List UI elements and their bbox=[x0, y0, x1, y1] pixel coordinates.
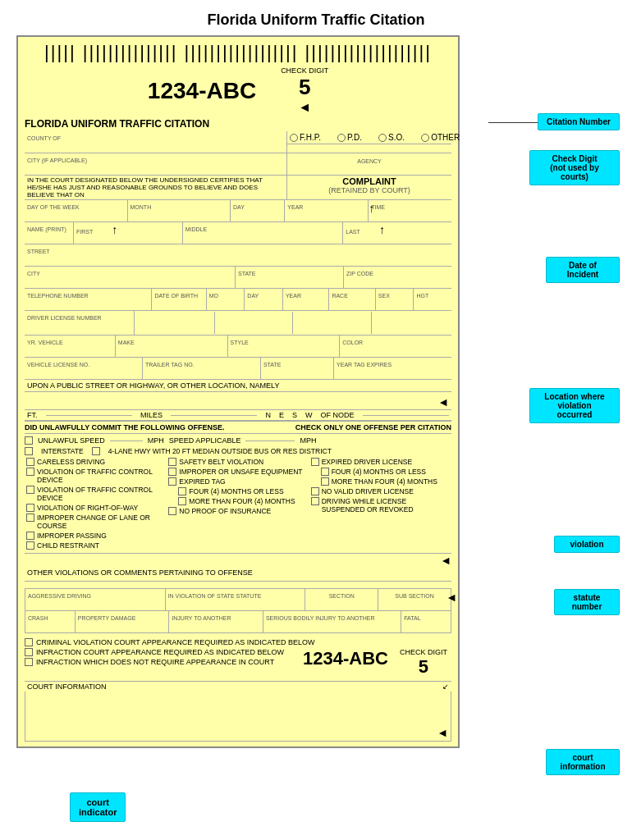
violations-header-right: CHECK ONLY ONE OFFENSE PER CITATION bbox=[295, 423, 451, 431]
day-label: DAY bbox=[233, 204, 245, 210]
child-restraint-checkbox[interactable] bbox=[26, 541, 34, 550]
statute-callout: statute number bbox=[554, 589, 620, 615]
name-print-label: NAME (PRINT) bbox=[27, 226, 66, 232]
fhp-radio[interactable]: F.H.P. bbox=[290, 133, 321, 142]
state-label: STATE bbox=[238, 271, 256, 276]
violations-col-3: EXPIRED DRIVER LICENSE FOUR (4) MONTHS O… bbox=[309, 458, 451, 551]
court-appearance-section: CRIMINAL VIOLATION COURT APPEARANCE REQU… bbox=[25, 638, 451, 678]
unsafe-equipment-checkbox[interactable] bbox=[168, 468, 176, 476]
violations-section: DID UNLAWFULLY COMMIT THE FOLLOWING OFFE… bbox=[25, 421, 451, 635]
expired-license-checkbox[interactable] bbox=[311, 458, 319, 466]
year-label: YEAR bbox=[287, 204, 303, 210]
no-proof-insurance-checkbox[interactable] bbox=[168, 507, 176, 515]
county-field[interactable] bbox=[27, 142, 284, 152]
criminal-violation-checkbox[interactable] bbox=[25, 638, 33, 646]
more-four-months-1-checkbox[interactable] bbox=[178, 497, 186, 505]
retained-label: (RETAINED BY COURT) bbox=[290, 186, 449, 194]
street-row: STREET bbox=[25, 244, 451, 267]
ft-label: FT. bbox=[27, 411, 38, 419]
location-text: UPON A PUBLIC STREET OR HIGHWAY, OR OTHE… bbox=[25, 380, 451, 392]
dob-label: DATE OF BIRTH bbox=[154, 293, 198, 299]
check-digit-box: CHECK DIGIT 5 ◄ bbox=[281, 66, 328, 115]
street-field[interactable] bbox=[27, 255, 449, 265]
aggressive-driving-label: AGGRESSIVE DRIVING bbox=[28, 593, 91, 599]
form-title: FLORIDA UNIFORM TRAFFIC CITATION bbox=[25, 118, 451, 130]
interstate-row: INTERSTATE 4-LANE HWY WITH 20 FT MEDIAN … bbox=[25, 447, 451, 455]
interstate-checkbox[interactable] bbox=[25, 447, 33, 455]
court-info-label: COURT INFORMATION bbox=[27, 682, 107, 691]
citation-number-row: 1234-ABC CHECK DIGIT 5 ◄ bbox=[25, 66, 451, 115]
expired-tag-checkbox[interactable] bbox=[168, 477, 176, 486]
date-of-incident-callout: Date of Incident bbox=[546, 257, 620, 283]
driver-license-label: DRIVER LICENSE NUMBER bbox=[27, 315, 102, 321]
last-label: LAST bbox=[346, 229, 360, 235]
more-four-months-2-checkbox[interactable] bbox=[321, 477, 329, 486]
safety-belt-checkbox[interactable] bbox=[168, 458, 176, 466]
pd-radio[interactable]: P.D. bbox=[337, 133, 362, 142]
citation-number-callout: Citation Number bbox=[538, 113, 620, 130]
agency-label: AGENCY bbox=[357, 158, 382, 164]
agency-type-row: F.H.P. P.D. S.O. OTHER bbox=[287, 131, 451, 144]
check-digit-callout: Check Digit (not used by courts) bbox=[529, 150, 620, 185]
county-label: COUNTY OF bbox=[27, 135, 61, 141]
street-label: STREET bbox=[27, 249, 50, 254]
day-of-week-label: DAY OF THE WEEK bbox=[27, 204, 80, 210]
tel-label: TELEPHONE NUMBER bbox=[27, 293, 89, 299]
barcode: ||||| ||||||||||||||| ||||||||||||||||||… bbox=[25, 42, 451, 63]
infraction-court-checkbox[interactable] bbox=[25, 648, 33, 656]
violations-col-1: CARELESS DRIVING VIOLATION OF TRAFFIC CO… bbox=[25, 458, 167, 551]
court-information-callout: court information bbox=[546, 749, 620, 775]
violations-col-2: SAFETY BELT VIOLATION IMPROPER OR UNSAFE… bbox=[167, 458, 309, 551]
first-label: FIRST bbox=[76, 229, 93, 235]
speed-row: UNLAWFUL SPEED MPH SPEED APPLICABLE MPH bbox=[25, 436, 451, 445]
four-months-less-2-checkbox[interactable] bbox=[321, 468, 329, 476]
four-lane-checkbox[interactable] bbox=[92, 447, 100, 455]
zip-label: ZIP CODE bbox=[346, 271, 373, 276]
location-callout: Location where violation occurred bbox=[529, 388, 620, 423]
bottom-check-digit: 5 bbox=[419, 656, 428, 678]
year-field[interactable] bbox=[287, 211, 365, 221]
no-valid-license-checkbox[interactable] bbox=[311, 487, 319, 495]
four-months-less-1-checkbox[interactable] bbox=[178, 487, 186, 495]
bottom-citation-number: 1234-ABC bbox=[303, 648, 388, 669]
miles-label: MILES bbox=[140, 411, 163, 419]
careless-driving-checkbox[interactable] bbox=[26, 458, 34, 466]
time-field[interactable] bbox=[371, 211, 449, 221]
middle-label: MIDDLE bbox=[185, 226, 207, 232]
in-violation-label: IN VIOLATION OF STATE STATUTE bbox=[168, 593, 262, 599]
city-field[interactable] bbox=[27, 164, 284, 174]
citation-form: ||||| ||||||||||||||| ||||||||||||||||||… bbox=[16, 35, 460, 748]
violations-header-left: DID UNLAWFULLY COMMIT THE FOLLOWING OFFE… bbox=[25, 423, 225, 431]
day-of-week-field[interactable] bbox=[27, 211, 125, 221]
lane-change-checkbox[interactable] bbox=[26, 514, 34, 522]
court-info-field[interactable] bbox=[28, 693, 448, 726]
middle-field[interactable] bbox=[185, 233, 341, 243]
so-radio[interactable]: S.O. bbox=[378, 133, 405, 142]
check-digit-value: 5 bbox=[299, 75, 310, 100]
other-violations-label: OTHER VIOLATIONS OR COMMENTS PERTAINING … bbox=[27, 568, 253, 577]
no-appearance-checkbox[interactable] bbox=[25, 658, 33, 666]
day-field[interactable] bbox=[233, 211, 282, 221]
traffic-control-1-checkbox[interactable] bbox=[26, 468, 34, 476]
complaint-label: COMPLAINT bbox=[290, 176, 449, 186]
citation-number: 1234-ABC bbox=[148, 78, 256, 104]
complaint-text: IN THE COURT DESIGNATED BELOW THE UNDERS… bbox=[25, 176, 287, 199]
court-indicator-callout: court indicator bbox=[70, 792, 126, 822]
month-field[interactable] bbox=[131, 211, 228, 221]
city-label: CITY (IF APPLICABLE) bbox=[27, 158, 87, 163]
city-state-label: CITY bbox=[27, 271, 40, 276]
page-title: Florida Uniform Traffic Citation bbox=[0, 0, 632, 35]
improper-passing-checkbox[interactable] bbox=[26, 532, 34, 540]
traffic-control-2-checkbox[interactable] bbox=[26, 486, 34, 494]
right-of-way-checkbox[interactable] bbox=[26, 504, 34, 512]
month-label: MONTH bbox=[131, 204, 152, 210]
driving-suspended-checkbox[interactable] bbox=[311, 497, 319, 505]
violation-callout: violation bbox=[554, 536, 620, 553]
unlawful-speed-checkbox[interactable] bbox=[25, 436, 33, 445]
other-radio[interactable]: OTHER bbox=[421, 133, 460, 142]
